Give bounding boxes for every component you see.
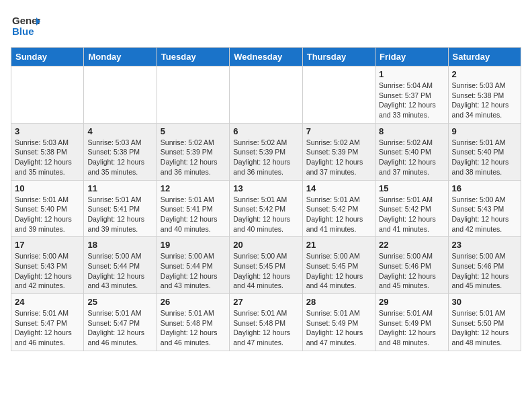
day-info: Sunrise: 5:00 AM Sunset: 5:46 PM Dayligh… [452, 251, 517, 291]
calendar-week-row: 3Sunrise: 5:03 AM Sunset: 5:38 PM Daylig… [11, 123, 521, 180]
page-header: General Blue [11, 11, 521, 40]
calendar-cell [11, 66, 84, 124]
day-info: Sunrise: 5:02 AM Sunset: 5:39 PM Dayligh… [233, 138, 298, 177]
day-info: Sunrise: 5:01 AM Sunset: 5:49 PM Dayligh… [306, 308, 371, 348]
day-info: Sunrise: 5:01 AM Sunset: 5:42 PM Dayligh… [306, 195, 371, 234]
day-info: Sunrise: 5:04 AM Sunset: 5:37 PM Dayligh… [379, 81, 444, 120]
day-info: Sunrise: 5:01 AM Sunset: 5:42 PM Dayligh… [379, 195, 444, 234]
day-number: 11 [87, 183, 152, 193]
calendar-cell: 8Sunrise: 5:02 AM Sunset: 5:40 PM Daylig… [375, 123, 448, 180]
day-number: 17 [15, 240, 80, 250]
day-info: Sunrise: 5:01 AM Sunset: 5:49 PM Dayligh… [379, 308, 444, 348]
day-number: 4 [87, 126, 152, 136]
day-number: 18 [87, 240, 152, 250]
calendar-cell: 12Sunrise: 5:01 AM Sunset: 5:41 PM Dayli… [157, 180, 229, 237]
day-number: 3 [15, 126, 80, 136]
day-info: Sunrise: 5:01 AM Sunset: 5:41 PM Dayligh… [161, 195, 226, 234]
day-number: 12 [161, 183, 226, 193]
calendar-cell: 27Sunrise: 5:01 AM Sunset: 5:48 PM Dayli… [230, 294, 302, 351]
day-info: Sunrise: 5:00 AM Sunset: 5:43 PM Dayligh… [452, 195, 517, 234]
calendar-header-tuesday: Tuesday [157, 48, 229, 66]
calendar-header-monday: Monday [84, 48, 157, 66]
calendar-cell: 29Sunrise: 5:01 AM Sunset: 5:49 PM Dayli… [375, 294, 448, 351]
day-info: Sunrise: 5:01 AM Sunset: 5:40 PM Dayligh… [452, 138, 517, 177]
svg-text:Blue: Blue [12, 26, 34, 37]
calendar-header-saturday: Saturday [448, 48, 521, 66]
day-number: 6 [233, 126, 298, 136]
calendar-cell: 4Sunrise: 5:03 AM Sunset: 5:38 PM Daylig… [84, 123, 157, 180]
day-info: Sunrise: 5:01 AM Sunset: 5:40 PM Dayligh… [15, 195, 80, 234]
calendar-header-wednesday: Wednesday [230, 48, 302, 66]
day-info: Sunrise: 5:01 AM Sunset: 5:47 PM Dayligh… [87, 308, 152, 348]
day-number: 29 [379, 297, 444, 307]
day-info: Sunrise: 5:00 AM Sunset: 5:44 PM Dayligh… [161, 251, 226, 291]
calendar-week-row: 1Sunrise: 5:04 AM Sunset: 5:37 PM Daylig… [11, 66, 521, 124]
calendar-cell [84, 66, 157, 124]
day-number: 7 [306, 126, 371, 136]
calendar-cell: 15Sunrise: 5:01 AM Sunset: 5:42 PM Dayli… [375, 180, 448, 237]
day-number: 27 [233, 297, 298, 307]
day-number: 14 [306, 183, 371, 193]
day-number: 25 [87, 297, 152, 307]
calendar-cell: 14Sunrise: 5:01 AM Sunset: 5:42 PM Dayli… [302, 180, 375, 237]
calendar-cell: 16Sunrise: 5:00 AM Sunset: 5:43 PM Dayli… [448, 180, 521, 237]
calendar-cell: 3Sunrise: 5:03 AM Sunset: 5:38 PM Daylig… [11, 123, 84, 180]
day-number: 20 [233, 240, 298, 250]
day-info: Sunrise: 5:02 AM Sunset: 5:40 PM Dayligh… [379, 138, 444, 177]
calendar-cell: 23Sunrise: 5:00 AM Sunset: 5:46 PM Dayli… [448, 237, 521, 294]
calendar-cell: 5Sunrise: 5:02 AM Sunset: 5:39 PM Daylig… [157, 123, 229, 180]
day-info: Sunrise: 5:02 AM Sunset: 5:39 PM Dayligh… [306, 138, 371, 177]
calendar-cell: 24Sunrise: 5:01 AM Sunset: 5:47 PM Dayli… [11, 294, 84, 351]
calendar-header-friday: Friday [375, 48, 448, 66]
day-info: Sunrise: 5:03 AM Sunset: 5:38 PM Dayligh… [452, 81, 517, 120]
day-number: 15 [379, 183, 444, 193]
day-info: Sunrise: 5:02 AM Sunset: 5:39 PM Dayligh… [161, 138, 226, 177]
calendar-cell: 11Sunrise: 5:01 AM Sunset: 5:41 PM Dayli… [84, 180, 157, 237]
day-info: Sunrise: 5:00 AM Sunset: 5:45 PM Dayligh… [306, 251, 371, 291]
calendar-cell: 19Sunrise: 5:00 AM Sunset: 5:44 PM Dayli… [157, 237, 229, 294]
calendar-cell [302, 66, 375, 124]
day-number: 5 [161, 126, 226, 136]
calendar-cell [230, 66, 302, 124]
day-number: 1 [379, 69, 444, 79]
day-info: Sunrise: 5:01 AM Sunset: 5:41 PM Dayligh… [87, 195, 152, 234]
calendar-cell: 1Sunrise: 5:04 AM Sunset: 5:37 PM Daylig… [375, 66, 448, 124]
day-info: Sunrise: 5:00 AM Sunset: 5:43 PM Dayligh… [15, 251, 80, 291]
day-info: Sunrise: 5:01 AM Sunset: 5:50 PM Dayligh… [452, 308, 517, 348]
day-number: 10 [15, 183, 80, 193]
calendar-cell [157, 66, 229, 124]
day-number: 19 [161, 240, 226, 250]
day-number: 28 [306, 297, 371, 307]
day-number: 13 [233, 183, 298, 193]
day-number: 24 [15, 297, 80, 307]
day-info: Sunrise: 5:03 AM Sunset: 5:38 PM Dayligh… [87, 138, 152, 177]
day-number: 21 [306, 240, 371, 250]
calendar-week-row: 10Sunrise: 5:01 AM Sunset: 5:40 PM Dayli… [11, 180, 521, 237]
calendar-header-thursday: Thursday [302, 48, 375, 66]
day-info: Sunrise: 5:01 AM Sunset: 5:48 PM Dayligh… [161, 308, 226, 348]
calendar-cell: 17Sunrise: 5:00 AM Sunset: 5:43 PM Dayli… [11, 237, 84, 294]
day-info: Sunrise: 5:00 AM Sunset: 5:45 PM Dayligh… [233, 251, 298, 291]
calendar-cell: 7Sunrise: 5:02 AM Sunset: 5:39 PM Daylig… [302, 123, 375, 180]
logo: General Blue [11, 11, 40, 40]
day-number: 30 [452, 297, 517, 307]
day-number: 16 [452, 183, 517, 193]
calendar-table: SundayMondayTuesdayWednesdayThursdayFrid… [11, 47, 521, 351]
calendar-cell: 28Sunrise: 5:01 AM Sunset: 5:49 PM Dayli… [302, 294, 375, 351]
day-info: Sunrise: 5:00 AM Sunset: 5:46 PM Dayligh… [379, 251, 444, 291]
calendar-cell: 30Sunrise: 5:01 AM Sunset: 5:50 PM Dayli… [448, 294, 521, 351]
calendar-cell: 9Sunrise: 5:01 AM Sunset: 5:40 PM Daylig… [448, 123, 521, 180]
day-info: Sunrise: 5:01 AM Sunset: 5:47 PM Dayligh… [15, 308, 80, 348]
calendar-cell: 22Sunrise: 5:00 AM Sunset: 5:46 PM Dayli… [375, 237, 448, 294]
calendar-cell: 20Sunrise: 5:00 AM Sunset: 5:45 PM Dayli… [230, 237, 302, 294]
day-info: Sunrise: 5:03 AM Sunset: 5:38 PM Dayligh… [15, 138, 80, 177]
calendar-cell: 25Sunrise: 5:01 AM Sunset: 5:47 PM Dayli… [84, 294, 157, 351]
calendar-cell: 26Sunrise: 5:01 AM Sunset: 5:48 PM Dayli… [157, 294, 229, 351]
day-number: 8 [379, 126, 444, 136]
calendar-cell: 18Sunrise: 5:00 AM Sunset: 5:44 PM Dayli… [84, 237, 157, 294]
day-info: Sunrise: 5:00 AM Sunset: 5:44 PM Dayligh… [87, 251, 152, 291]
calendar-cell: 2Sunrise: 5:03 AM Sunset: 5:38 PM Daylig… [448, 66, 521, 124]
calendar-header-row: SundayMondayTuesdayWednesdayThursdayFrid… [11, 48, 521, 66]
day-number: 22 [379, 240, 444, 250]
svg-text:General: General [12, 15, 40, 26]
